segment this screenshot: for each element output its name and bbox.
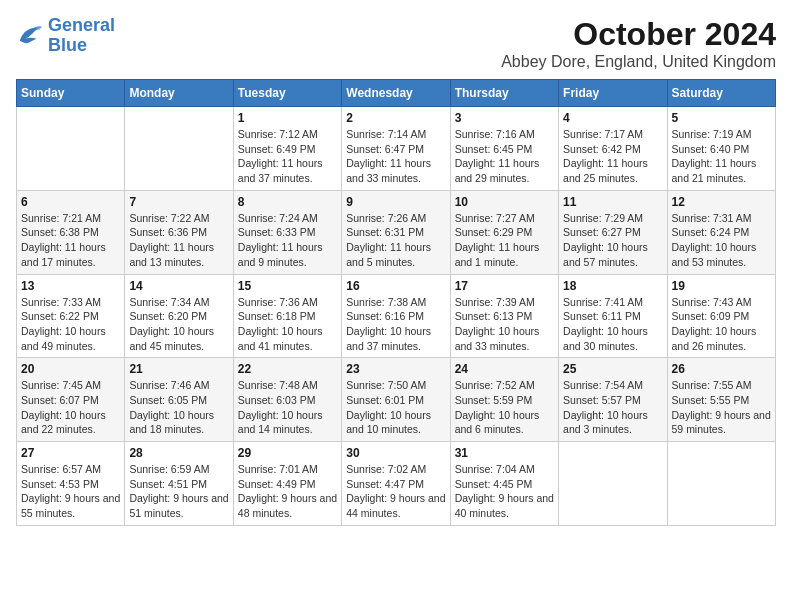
day-number: 2 [346, 111, 445, 125]
day-number: 16 [346, 279, 445, 293]
day-number: 14 [129, 279, 228, 293]
col-header-sunday: Sunday [17, 80, 125, 107]
day-cell: 9Sunrise: 7:26 AM Sunset: 6:31 PM Daylig… [342, 190, 450, 274]
day-cell [125, 107, 233, 191]
day-number: 29 [238, 446, 337, 460]
day-cell: 2Sunrise: 7:14 AM Sunset: 6:47 PM Daylig… [342, 107, 450, 191]
day-cell: 28Sunrise: 6:59 AM Sunset: 4:51 PM Dayli… [125, 442, 233, 526]
col-header-monday: Monday [125, 80, 233, 107]
day-cell: 6Sunrise: 7:21 AM Sunset: 6:38 PM Daylig… [17, 190, 125, 274]
week-row-4: 20Sunrise: 7:45 AM Sunset: 6:07 PM Dayli… [17, 358, 776, 442]
day-info: Sunrise: 7:43 AM Sunset: 6:09 PM Dayligh… [672, 295, 771, 354]
calendar-table: SundayMondayTuesdayWednesdayThursdayFrid… [16, 79, 776, 526]
col-header-tuesday: Tuesday [233, 80, 341, 107]
day-number: 1 [238, 111, 337, 125]
day-info: Sunrise: 7:22 AM Sunset: 6:36 PM Dayligh… [129, 211, 228, 270]
week-row-1: 1Sunrise: 7:12 AM Sunset: 6:49 PM Daylig… [17, 107, 776, 191]
day-info: Sunrise: 6:59 AM Sunset: 4:51 PM Dayligh… [129, 462, 228, 521]
day-cell: 23Sunrise: 7:50 AM Sunset: 6:01 PM Dayli… [342, 358, 450, 442]
title-block: October 2024 Abbey Dore, England, United… [501, 16, 776, 71]
day-info: Sunrise: 7:27 AM Sunset: 6:29 PM Dayligh… [455, 211, 554, 270]
day-cell: 12Sunrise: 7:31 AM Sunset: 6:24 PM Dayli… [667, 190, 775, 274]
col-header-wednesday: Wednesday [342, 80, 450, 107]
day-info: Sunrise: 7:02 AM Sunset: 4:47 PM Dayligh… [346, 462, 445, 521]
logo-icon [16, 22, 44, 50]
day-number: 13 [21, 279, 120, 293]
day-info: Sunrise: 7:38 AM Sunset: 6:16 PM Dayligh… [346, 295, 445, 354]
day-number: 22 [238, 362, 337, 376]
day-info: Sunrise: 7:29 AM Sunset: 6:27 PM Dayligh… [563, 211, 662, 270]
day-info: Sunrise: 7:04 AM Sunset: 4:45 PM Dayligh… [455, 462, 554, 521]
day-cell: 24Sunrise: 7:52 AM Sunset: 5:59 PM Dayli… [450, 358, 558, 442]
day-info: Sunrise: 7:46 AM Sunset: 6:05 PM Dayligh… [129, 378, 228, 437]
day-number: 31 [455, 446, 554, 460]
day-number: 12 [672, 195, 771, 209]
day-info: Sunrise: 7:36 AM Sunset: 6:18 PM Dayligh… [238, 295, 337, 354]
week-row-3: 13Sunrise: 7:33 AM Sunset: 6:22 PM Dayli… [17, 274, 776, 358]
day-cell: 21Sunrise: 7:46 AM Sunset: 6:05 PM Dayli… [125, 358, 233, 442]
day-info: Sunrise: 7:55 AM Sunset: 5:55 PM Dayligh… [672, 378, 771, 437]
logo-text: General Blue [48, 16, 115, 56]
day-cell: 1Sunrise: 7:12 AM Sunset: 6:49 PM Daylig… [233, 107, 341, 191]
day-number: 11 [563, 195, 662, 209]
day-cell: 20Sunrise: 7:45 AM Sunset: 6:07 PM Dayli… [17, 358, 125, 442]
day-number: 17 [455, 279, 554, 293]
day-info: Sunrise: 7:33 AM Sunset: 6:22 PM Dayligh… [21, 295, 120, 354]
day-info: Sunrise: 7:21 AM Sunset: 6:38 PM Dayligh… [21, 211, 120, 270]
day-cell: 17Sunrise: 7:39 AM Sunset: 6:13 PM Dayli… [450, 274, 558, 358]
day-number: 25 [563, 362, 662, 376]
day-number: 21 [129, 362, 228, 376]
calendar-body: 1Sunrise: 7:12 AM Sunset: 6:49 PM Daylig… [17, 107, 776, 526]
day-info: Sunrise: 7:19 AM Sunset: 6:40 PM Dayligh… [672, 127, 771, 186]
logo: General Blue [16, 16, 115, 56]
week-row-5: 27Sunrise: 6:57 AM Sunset: 4:53 PM Dayli… [17, 442, 776, 526]
day-cell: 15Sunrise: 7:36 AM Sunset: 6:18 PM Dayli… [233, 274, 341, 358]
day-cell: 31Sunrise: 7:04 AM Sunset: 4:45 PM Dayli… [450, 442, 558, 526]
day-info: Sunrise: 7:01 AM Sunset: 4:49 PM Dayligh… [238, 462, 337, 521]
day-number: 24 [455, 362, 554, 376]
day-info: Sunrise: 7:54 AM Sunset: 5:57 PM Dayligh… [563, 378, 662, 437]
day-info: Sunrise: 7:14 AM Sunset: 6:47 PM Dayligh… [346, 127, 445, 186]
day-number: 26 [672, 362, 771, 376]
col-header-thursday: Thursday [450, 80, 558, 107]
col-header-friday: Friday [559, 80, 667, 107]
calendar-title: October 2024 [501, 16, 776, 53]
day-info: Sunrise: 7:17 AM Sunset: 6:42 PM Dayligh… [563, 127, 662, 186]
calendar-header: SundayMondayTuesdayWednesdayThursdayFrid… [17, 80, 776, 107]
day-number: 3 [455, 111, 554, 125]
day-info: Sunrise: 7:39 AM Sunset: 6:13 PM Dayligh… [455, 295, 554, 354]
day-number: 27 [21, 446, 120, 460]
day-info: Sunrise: 7:24 AM Sunset: 6:33 PM Dayligh… [238, 211, 337, 270]
day-cell: 14Sunrise: 7:34 AM Sunset: 6:20 PM Dayli… [125, 274, 233, 358]
day-info: Sunrise: 7:52 AM Sunset: 5:59 PM Dayligh… [455, 378, 554, 437]
day-cell: 5Sunrise: 7:19 AM Sunset: 6:40 PM Daylig… [667, 107, 775, 191]
day-info: Sunrise: 7:31 AM Sunset: 6:24 PM Dayligh… [672, 211, 771, 270]
day-number: 5 [672, 111, 771, 125]
day-cell: 4Sunrise: 7:17 AM Sunset: 6:42 PM Daylig… [559, 107, 667, 191]
day-cell: 27Sunrise: 6:57 AM Sunset: 4:53 PM Dayli… [17, 442, 125, 526]
day-cell [559, 442, 667, 526]
day-cell: 11Sunrise: 7:29 AM Sunset: 6:27 PM Dayli… [559, 190, 667, 274]
day-cell: 26Sunrise: 7:55 AM Sunset: 5:55 PM Dayli… [667, 358, 775, 442]
day-info: Sunrise: 7:12 AM Sunset: 6:49 PM Dayligh… [238, 127, 337, 186]
day-number: 20 [21, 362, 120, 376]
day-number: 7 [129, 195, 228, 209]
day-number: 8 [238, 195, 337, 209]
day-number: 23 [346, 362, 445, 376]
day-cell [667, 442, 775, 526]
day-info: Sunrise: 7:34 AM Sunset: 6:20 PM Dayligh… [129, 295, 228, 354]
day-cell: 30Sunrise: 7:02 AM Sunset: 4:47 PM Dayli… [342, 442, 450, 526]
day-number: 9 [346, 195, 445, 209]
day-number: 30 [346, 446, 445, 460]
day-info: Sunrise: 7:45 AM Sunset: 6:07 PM Dayligh… [21, 378, 120, 437]
day-number: 6 [21, 195, 120, 209]
day-number: 19 [672, 279, 771, 293]
day-number: 18 [563, 279, 662, 293]
day-cell: 16Sunrise: 7:38 AM Sunset: 6:16 PM Dayli… [342, 274, 450, 358]
day-cell: 22Sunrise: 7:48 AM Sunset: 6:03 PM Dayli… [233, 358, 341, 442]
day-number: 15 [238, 279, 337, 293]
day-cell: 8Sunrise: 7:24 AM Sunset: 6:33 PM Daylig… [233, 190, 341, 274]
day-info: Sunrise: 7:41 AM Sunset: 6:11 PM Dayligh… [563, 295, 662, 354]
day-info: Sunrise: 7:50 AM Sunset: 6:01 PM Dayligh… [346, 378, 445, 437]
day-info: Sunrise: 6:57 AM Sunset: 4:53 PM Dayligh… [21, 462, 120, 521]
